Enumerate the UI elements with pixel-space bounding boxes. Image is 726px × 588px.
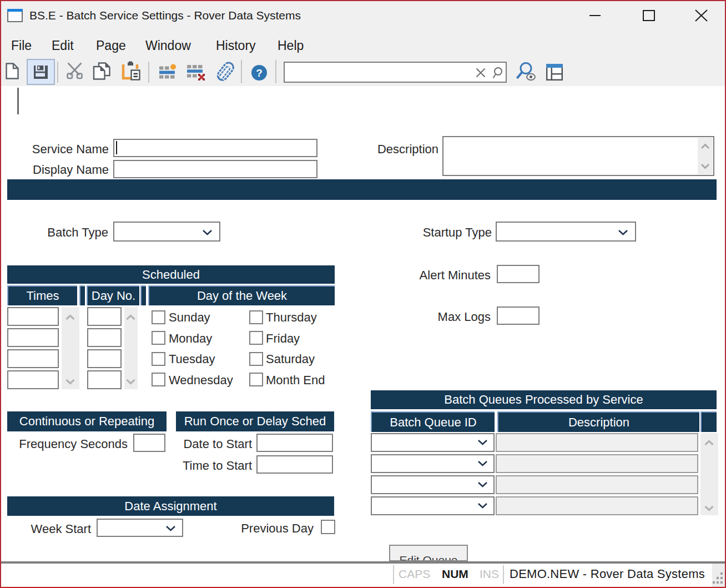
svg-text:?: ? bbox=[256, 67, 263, 79]
